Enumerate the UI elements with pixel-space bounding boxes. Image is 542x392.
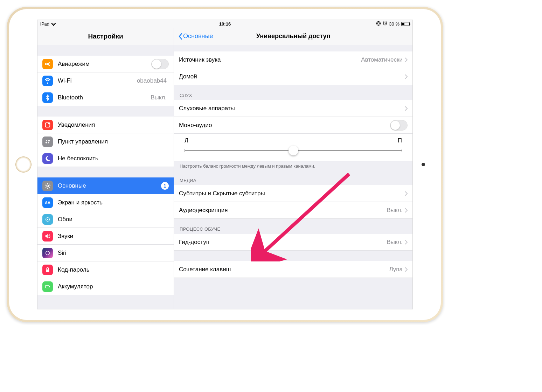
- gear-icon: [42, 181, 53, 191]
- mono-audio-switch[interactable]: [390, 120, 408, 131]
- chevron-right-icon: [405, 191, 408, 196]
- sidebar-item-dnd[interactable]: Не беспокоить: [37, 150, 174, 167]
- wifi-icon: [51, 22, 56, 26]
- row-mono-audio[interactable]: Моно-аудио: [174, 117, 412, 134]
- row-subtitles[interactable]: Субтитры и Скрытые субтитры: [174, 185, 412, 202]
- chevron-right-icon: [405, 267, 408, 272]
- bluetooth-status: Выкл.: [151, 94, 167, 101]
- row-guided-access[interactable]: Гид-доступ Выкл.: [174, 234, 412, 251]
- screen: iPad 10:16 30 %: [37, 20, 413, 309]
- sidebar-item-label: Уведомления: [58, 121, 169, 128]
- sidebar-item-label: Основные: [58, 182, 161, 189]
- sidebar-item-siri[interactable]: Siri: [37, 245, 174, 261]
- back-label: Основные: [183, 33, 213, 40]
- sidebar-item-battery[interactable]: Аккумулятор: [37, 278, 174, 295]
- row-value: Автоматически: [361, 56, 403, 63]
- sidebar-item-bluetooth[interactable]: Bluetooth Выкл.: [37, 89, 174, 106]
- orientation-lock-icon: [376, 21, 381, 27]
- row-label: Гид-доступ: [179, 239, 387, 246]
- balance-footer: Настроить баланс громкости между левым и…: [174, 161, 412, 170]
- airplane-icon: [42, 59, 53, 69]
- chevron-right-icon: [405, 240, 408, 245]
- row-label: Субтитры и Скрытые субтитры: [179, 190, 405, 197]
- status-bar: iPad 10:16 30 %: [37, 20, 412, 28]
- chevron-right-icon: [405, 74, 408, 79]
- moon-icon: [42, 153, 53, 164]
- alarm-icon: [383, 21, 387, 27]
- wifi-icon: [42, 76, 53, 86]
- detail-pane: Основные Универсальный доступ Источник з…: [174, 28, 412, 309]
- lock-icon: [42, 265, 53, 275]
- row-label: Аудиодескрипция: [179, 207, 387, 214]
- row-home[interactable]: Домой: [174, 68, 412, 85]
- row-label: Домой: [179, 73, 405, 80]
- svg-point-11: [46, 251, 50, 255]
- svg-point-7: [48, 142, 49, 143]
- sidebar-item-label: Код-пароль: [58, 266, 169, 273]
- chevron-right-icon: [405, 106, 408, 111]
- sidebar-item-airplane[interactable]: Авиарежим: [37, 56, 174, 72]
- row-value: Выкл.: [387, 207, 403, 214]
- svg-rect-13: [46, 285, 49, 288]
- row-audio-description[interactable]: Аудиодескрипция Выкл.: [174, 202, 412, 219]
- row-shortcut[interactable]: Сочетание клавиш Лупа: [174, 261, 412, 278]
- settings-sidebar: Настройки Авиарежим: [37, 28, 174, 309]
- svg-rect-12: [46, 270, 49, 272]
- svg-point-4: [46, 140, 48, 141]
- row-value: Лупа: [389, 266, 403, 273]
- sidebar-item-display[interactable]: AA Экран и яркость: [37, 194, 174, 211]
- ipad-frame: iPad 10:16 30 %: [7, 7, 443, 322]
- sidebar-title: Настройки: [37, 28, 174, 45]
- sidebar-item-passcode[interactable]: Код-пароль: [37, 261, 174, 278]
- sidebar-item-general[interactable]: Основные 1: [37, 177, 174, 194]
- chevron-right-icon: [405, 208, 408, 213]
- sidebar-item-label: Wi-Fi: [58, 77, 137, 84]
- section-header-media: МЕДИА: [174, 170, 412, 185]
- sidebar-item-control-center[interactable]: Пункт управления: [37, 133, 174, 150]
- svg-point-8: [47, 185, 48, 187]
- sidebar-item-label: Авиарежим: [58, 61, 151, 68]
- sidebar-item-label: Звуки: [58, 233, 169, 240]
- sidebar-item-wifi[interactable]: Wi-Fi obaobab44: [37, 72, 174, 89]
- section-header-learning: ПРОЦЕСС ОБУЧЕ: [174, 219, 412, 234]
- sidebar-item-label: Экран и яркость: [58, 199, 169, 206]
- row-hearing-aids[interactable]: Слуховые аппараты: [174, 100, 412, 117]
- sidebar-item-label: Siri: [58, 250, 169, 257]
- sidebar-item-notifications[interactable]: Уведомления: [37, 117, 174, 133]
- sidebar-item-label: Обои: [58, 216, 169, 223]
- svg-rect-14: [49, 286, 50, 287]
- battery-icon: [401, 22, 410, 26]
- back-button[interactable]: Основные: [174, 33, 217, 40]
- update-badge: 1: [161, 182, 169, 190]
- notifications-icon: [42, 120, 53, 130]
- row-label: Моно-аудио: [179, 122, 390, 129]
- svg-point-10: [47, 219, 48, 220]
- speaker-icon: [42, 231, 53, 241]
- sidebar-item-label: Аккумулятор: [58, 283, 169, 290]
- row-audio-source[interactable]: Источник звука Автоматически: [174, 51, 412, 68]
- airplane-switch[interactable]: [151, 59, 169, 69]
- sidebar-item-sounds[interactable]: Звуки: [37, 228, 174, 245]
- row-label: Сочетание клавиш: [179, 266, 389, 273]
- svg-point-3: [48, 122, 50, 124]
- detail-header: Основные Универсальный доступ: [174, 28, 412, 45]
- sidebar-item-wallpaper[interactable]: Обои: [37, 211, 174, 228]
- front-camera: [422, 163, 425, 166]
- balance-right-label: П: [398, 137, 402, 144]
- slider-knob[interactable]: [289, 146, 298, 155]
- detail-body[interactable]: Источник звука Автоматически Домой СЛУХ …: [174, 45, 412, 309]
- wifi-network-name: obaobab44: [137, 77, 167, 84]
- status-time: 10:16: [162, 21, 288, 27]
- row-balance-slider: Л П: [174, 134, 412, 161]
- balance-slider[interactable]: [185, 146, 402, 155]
- home-button[interactable]: [15, 156, 32, 173]
- sidebar-item-label: Не беспокоить: [58, 155, 169, 162]
- balance-left-label: Л: [185, 137, 188, 144]
- svg-point-0: [377, 21, 381, 25]
- row-value: Выкл.: [387, 239, 403, 246]
- svg-rect-6: [46, 142, 47, 143]
- siri-icon: [42, 248, 53, 258]
- display-icon: AA: [42, 197, 53, 208]
- battery-icon: [42, 281, 53, 292]
- chevron-right-icon: [405, 57, 408, 62]
